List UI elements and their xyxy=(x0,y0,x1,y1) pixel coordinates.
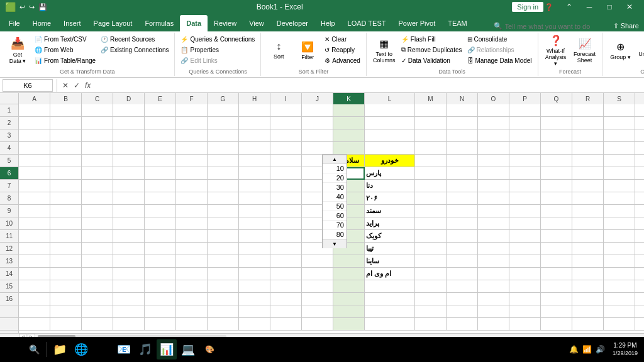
cell-i5[interactable] xyxy=(270,155,302,167)
filter-button[interactable]: 🔽 Filter xyxy=(294,34,321,67)
cell-s10[interactable] xyxy=(604,217,635,230)
row-header-7[interactable]: 7 xyxy=(0,180,18,192)
cell-l12[interactable]: تیبا xyxy=(365,243,415,255)
cell-q8[interactable] xyxy=(541,192,572,205)
cell-f13[interactable] xyxy=(176,255,208,268)
cell-f2[interactable] xyxy=(176,117,208,129)
media-button[interactable]: 🎵 xyxy=(135,339,155,359)
cell-l6[interactable]: پارس xyxy=(365,167,415,180)
text-to-columns-button[interactable]: ▦ Text toColumns xyxy=(370,34,398,67)
shield-button[interactable]: 🛡 xyxy=(92,339,113,359)
cell-b5[interactable] xyxy=(50,155,82,167)
cell-b13[interactable] xyxy=(50,255,82,268)
cell-t13[interactable] xyxy=(635,255,644,268)
cell-m9[interactable] xyxy=(415,205,447,217)
cell-d1[interactable] xyxy=(113,104,145,117)
col-header-j[interactable]: J xyxy=(302,93,333,104)
cell-o12[interactable] xyxy=(478,243,509,255)
share-icon[interactable]: ⇧ Share xyxy=(613,22,639,30)
dropdown-item-80[interactable]: 80 xyxy=(323,230,347,239)
cell-i12[interactable] xyxy=(270,243,302,255)
cell-s6[interactable] xyxy=(604,167,635,180)
cell-a3[interactable] xyxy=(19,129,50,142)
cell-o5[interactable] xyxy=(478,155,509,167)
cell-h3[interactable] xyxy=(239,129,270,142)
cell-f8[interactable] xyxy=(176,192,208,205)
tab-formulas[interactable]: Formulas xyxy=(138,15,180,31)
from-table-button[interactable]: 📊 From Table/Range xyxy=(33,55,97,65)
cell-i14[interactable] xyxy=(270,268,302,280)
cell-b4[interactable] xyxy=(50,142,82,155)
cell-t14[interactable] xyxy=(635,268,644,280)
cell-d13[interactable] xyxy=(113,255,145,268)
cell-s1[interactable] xyxy=(604,104,635,117)
cell-p12[interactable] xyxy=(509,243,541,255)
cell-n6[interactable] xyxy=(447,167,478,180)
dropdown-item-60[interactable]: 60 xyxy=(323,211,347,221)
row-header-16[interactable]: 16 xyxy=(0,293,18,305)
row-header-6[interactable]: 6 xyxy=(0,167,18,180)
row-header-14[interactable]: 14 xyxy=(0,268,18,280)
row-header-3[interactable]: 3 xyxy=(0,129,18,142)
search-button[interactable]: 🔍 xyxy=(24,339,44,359)
cell-m11[interactable] xyxy=(415,230,447,243)
cell-t8[interactable] xyxy=(635,192,644,205)
edit-links-button[interactable]: 🔗 Edit Links xyxy=(179,55,257,65)
cell-i6[interactable] xyxy=(270,167,302,180)
network-icon[interactable]: 📶 xyxy=(582,345,592,354)
dropdown-scroll-up[interactable]: ▲ xyxy=(323,155,347,164)
cell-o6[interactable] xyxy=(478,167,509,180)
cell-j4[interactable] xyxy=(302,142,333,155)
cell-j2[interactable] xyxy=(302,117,333,129)
cell-h2[interactable] xyxy=(239,117,270,129)
cell-l9[interactable]: سمند xyxy=(365,205,415,217)
save-icon[interactable]: 💾 xyxy=(38,3,47,11)
dropdown-item-20[interactable]: 20 xyxy=(323,173,347,183)
cell-n8[interactable] xyxy=(447,192,478,205)
row-header-8[interactable]: 8 xyxy=(0,192,18,205)
cell-h12[interactable] xyxy=(239,243,270,255)
cell-b6[interactable] xyxy=(50,167,82,180)
cell-s12[interactable] xyxy=(604,243,635,255)
cell-f6[interactable] xyxy=(176,167,208,180)
mail-button[interactable]: 📧 xyxy=(114,339,134,359)
dropdown-item-50[interactable]: 50 xyxy=(323,202,347,211)
cell-t4[interactable] xyxy=(635,142,644,155)
cell-l11[interactable]: کویک xyxy=(365,230,415,243)
cell-a5[interactable] xyxy=(19,155,50,167)
tab-power-pivot[interactable]: Power Pivot xyxy=(392,15,442,31)
cell-h11[interactable] xyxy=(239,230,270,243)
formula-input[interactable] xyxy=(94,79,641,92)
cell-l3[interactable] xyxy=(365,129,415,142)
cell-f11[interactable] xyxy=(176,230,208,243)
cell-d8[interactable] xyxy=(113,192,145,205)
cell-j13[interactable] xyxy=(302,255,333,268)
cell-i7[interactable] xyxy=(270,180,302,192)
tab-home[interactable]: Home xyxy=(26,15,57,31)
cell-k1[interactable] xyxy=(333,104,365,117)
cell-m3[interactable] xyxy=(415,129,447,142)
cancel-formula-icon[interactable]: ✕ xyxy=(61,81,70,90)
cell-s5[interactable] xyxy=(604,155,635,167)
cell-k14[interactable] xyxy=(333,268,365,280)
cell-q13[interactable] xyxy=(541,255,572,268)
cell-m6[interactable] xyxy=(415,167,447,180)
volume-icon[interactable]: 🔊 xyxy=(596,345,605,354)
cell-q5[interactable] xyxy=(541,155,572,167)
tab-review[interactable]: Review xyxy=(208,15,243,31)
cell-g1[interactable] xyxy=(208,104,239,117)
recent-sources-button[interactable]: 🕐 Recent Sources xyxy=(99,34,170,44)
cell-g12[interactable] xyxy=(208,243,239,255)
row-header-5[interactable]: 5 xyxy=(0,155,18,167)
row-header-12[interactable]: 12 xyxy=(0,243,18,255)
existing-connections-button[interactable]: 🔗 Existing Connections xyxy=(99,45,170,55)
cell-o10[interactable] xyxy=(478,217,509,230)
properties-button[interactable]: 📋 Properties xyxy=(179,45,257,55)
cell-o1[interactable] xyxy=(478,104,509,117)
close-button[interactable]: ✕ xyxy=(620,0,639,14)
cell-i4[interactable] xyxy=(270,142,302,155)
cell-n10[interactable] xyxy=(447,217,478,230)
cell-m12[interactable] xyxy=(415,243,447,255)
cell-e7[interactable] xyxy=(145,180,176,192)
row-header-18[interactable] xyxy=(0,318,18,331)
